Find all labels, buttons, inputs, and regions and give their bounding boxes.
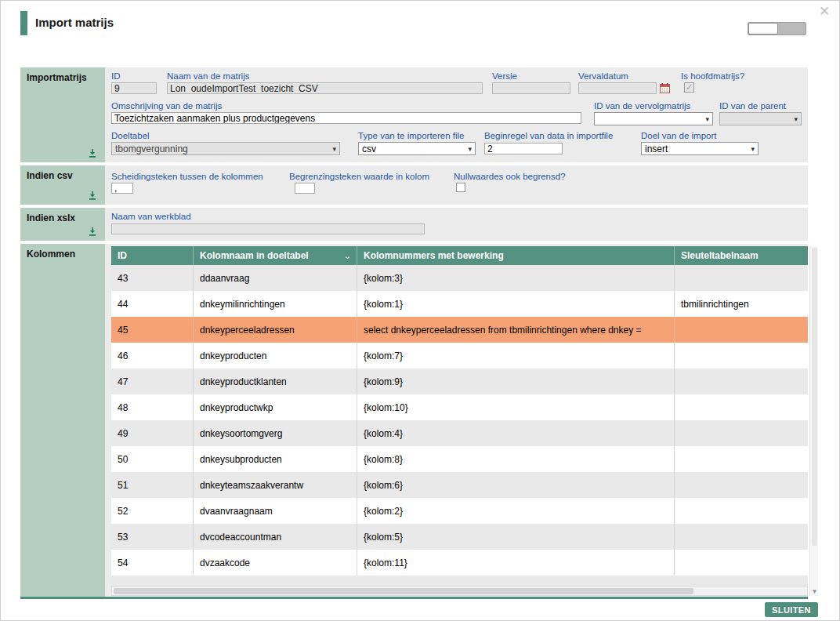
- vertical-scrollbar[interactable]: ▼: [809, 246, 818, 596]
- col-header-sleuteltabelnaam: Sleuteltabelnaam: [675, 246, 808, 265]
- cell-kolomnaam: dvaanvraagnaam: [194, 498, 357, 524]
- table-row[interactable]: 53 dvcodeaccountman {kolom:5}: [111, 524, 808, 550]
- label-doeltabel: Doeltabel: [111, 131, 150, 140]
- cell-kolomnaam: dvzaakcode: [194, 550, 357, 576]
- chevron-down-icon: ▾: [794, 115, 798, 123]
- select-value: insert: [645, 143, 668, 154]
- close-icon[interactable]: ✕: [819, 4, 830, 20]
- vervaldatum-field[interactable]: [578, 82, 657, 94]
- label-beginregel: Beginregel van data in importfile: [484, 131, 613, 140]
- label-versie: Versie: [492, 71, 517, 81]
- arrow-down-icon[interactable]: [88, 148, 97, 158]
- check-icon: ✓: [686, 82, 693, 93]
- doel-import-select[interactable]: insert ▾: [641, 142, 759, 155]
- import-matrijs-dialog: Import matrijs ✕ Importmatrijs Indien cs…: [0, 0, 840, 621]
- horizontal-scrollbar[interactable]: [111, 586, 808, 596]
- id-vervolgmatrijs-select[interactable]: ▾: [594, 112, 713, 125]
- cell-kolomnummers: {kolom:6}: [357, 472, 675, 498]
- sidebar-label-kolommen: Kolommen: [20, 244, 105, 260]
- table-row[interactable]: 46 dnkeyproducten {kolom:7}: [111, 343, 808, 369]
- kolommen-table-body: 43 ddaanvraag {kolom:3} 44 dnkeymilinric…: [111, 265, 808, 576]
- sidebar-label-indien-xslx: Indien xslx: [20, 208, 105, 223]
- cell-id: 53: [111, 524, 194, 550]
- label-werkblad: Naam van werkblad: [111, 212, 191, 221]
- label-doel-import: Doel van de import: [641, 131, 717, 140]
- versie-field[interactable]: [492, 82, 570, 94]
- chevron-down-icon: ▾: [332, 145, 336, 153]
- cell-kolomnummers: {kolom:5}: [357, 524, 675, 550]
- doeltabel-select[interactable]: tbomgvergunning ▾: [111, 142, 340, 155]
- cell-kolomnummers: {kolom:11}: [357, 550, 675, 576]
- id-parent-select[interactable]: ▾: [719, 112, 802, 125]
- werkblad-field[interactable]: [111, 223, 425, 234]
- table-row[interactable]: 49 dnkeysoortomgverg {kolom:4}: [111, 420, 808, 446]
- beginregel-field[interactable]: [484, 143, 563, 154]
- sidebar-section-importmatrijs: Importmatrijs: [20, 67, 105, 162]
- select-value: tbomgvergunning: [115, 143, 188, 154]
- scroll-down-arrow-icon[interactable]: ▼: [810, 588, 819, 595]
- omschrijving-field[interactable]: [111, 112, 581, 124]
- table-row[interactable]: 50 dnkeysubproducten {kolom:8}: [111, 446, 808, 472]
- title-accent-bar: [20, 11, 27, 35]
- id-field[interactable]: [111, 82, 157, 94]
- table-row[interactable]: 54 dvzaakcode {kolom:11}: [111, 550, 808, 576]
- header-label: Kolomnummers met bewerking: [364, 250, 504, 261]
- sidebar-section-kolommen: Kolommen: [20, 244, 105, 597]
- label-is-hoofdmatrijs: Is hoofdmatrijs?: [681, 71, 744, 81]
- header-label: Kolomnaam in doeltabel: [200, 250, 309, 261]
- begrenzingsteken-field[interactable]: [295, 183, 315, 194]
- col-header-kolomnaam[interactable]: Kolomnaam in doeltabel ⌄: [194, 246, 357, 265]
- cell-sleuteltabelnaam: [675, 498, 808, 524]
- label-id-parent: ID van de parent: [719, 101, 786, 111]
- table-row[interactable]: 44 dnkeymilinrichtingen {kolom:1} tbmili…: [111, 291, 808, 317]
- cell-kolomnummers: {kolom:3}: [357, 265, 675, 291]
- scheidingsteken-field[interactable]: [111, 183, 133, 194]
- cell-kolomnummers: {kolom:10}: [357, 394, 675, 420]
- sort-icon: ⌄: [344, 251, 351, 261]
- label-type-file: Type van te importeren file: [358, 131, 465, 140]
- naam-matrijs-field[interactable]: [167, 82, 483, 94]
- cell-sleuteltabelnaam: [675, 317, 808, 343]
- is-hoofdmatrijs-checkbox[interactable]: ✓: [684, 82, 694, 93]
- arrow-down-icon[interactable]: [88, 227, 97, 236]
- cell-kolomnaam: dnkeyproductwkp: [194, 394, 357, 420]
- sidebar-label-importmatrijs: Importmatrijs: [20, 67, 105, 83]
- table-header-row: ID Kolomnaam in doeltabel ⌄ Kolomnummers…: [111, 246, 808, 265]
- label-scheidingsteken: Scheidingsteken tussen de kolommen: [111, 172, 263, 181]
- calendar-icon[interactable]: [660, 83, 670, 93]
- type-file-select[interactable]: csv ▾: [358, 142, 476, 155]
- cell-kolomnaam: dnkeyperceeladressen: [194, 317, 357, 343]
- label-begrenzingsteken: Begrenzingsteken waarde in kolom: [289, 172, 429, 181]
- label-vervaldatum: Vervaldatum: [578, 71, 628, 81]
- arrow-down-icon[interactable]: [88, 191, 97, 200]
- cell-kolomnaam: dnkeyproductklanten: [194, 369, 357, 394]
- vertical-scrollbar-thumb[interactable]: [812, 248, 817, 546]
- table-row[interactable]: 48 dnkeyproductwkp {kolom:10}: [111, 394, 808, 420]
- horizontal-scrollbar-thumb[interactable]: [114, 588, 693, 594]
- cell-kolomnaam: dnkeysubproducten: [194, 446, 357, 472]
- cell-kolomnummers: {kolom:1}: [357, 291, 675, 317]
- chevron-down-icon: ▾: [468, 145, 472, 153]
- table-row[interactable]: 43 ddaanvraag {kolom:3}: [111, 265, 808, 291]
- cell-sleuteltabelnaam: [675, 343, 808, 369]
- chevron-down-icon: ▾: [705, 115, 709, 123]
- label-id: ID: [111, 71, 121, 81]
- cell-id: 50: [111, 446, 194, 472]
- sidebar-label-indien-csv: Indien csv: [20, 165, 105, 181]
- cell-sleuteltabelnaam: [675, 550, 808, 576]
- cell-kolomnaam: dnkeysoortomgverg: [194, 420, 357, 446]
- toggle-switch[interactable]: [748, 22, 806, 35]
- cell-sleuteltabelnaam: [675, 524, 808, 550]
- table-row[interactable]: 52 dvaanvraagnaam {kolom:2}: [111, 498, 808, 524]
- cell-sleuteltabelnaam: [675, 265, 808, 291]
- col-header-id: ID: [111, 246, 194, 265]
- cell-sleuteltabelnaam: [675, 446, 808, 472]
- label-nullwaardes: Nullwaardes ook begrensd?: [454, 172, 566, 181]
- dialog-title: Import matrijs: [35, 16, 114, 29]
- table-row[interactable]: 51 dnkeyteamszaakverantw {kolom:6}: [111, 472, 808, 498]
- table-row[interactable]: 47 dnkeyproductklanten {kolom:9}: [111, 369, 808, 394]
- sluiten-button[interactable]: SLUITEN: [765, 602, 818, 617]
- cell-kolomnummers: {kolom:8}: [357, 446, 675, 472]
- nullwaardes-checkbox[interactable]: [456, 183, 465, 192]
- table-row[interactable]: 45 dnkeyperceeladressen select dnkeyperc…: [111, 317, 808, 343]
